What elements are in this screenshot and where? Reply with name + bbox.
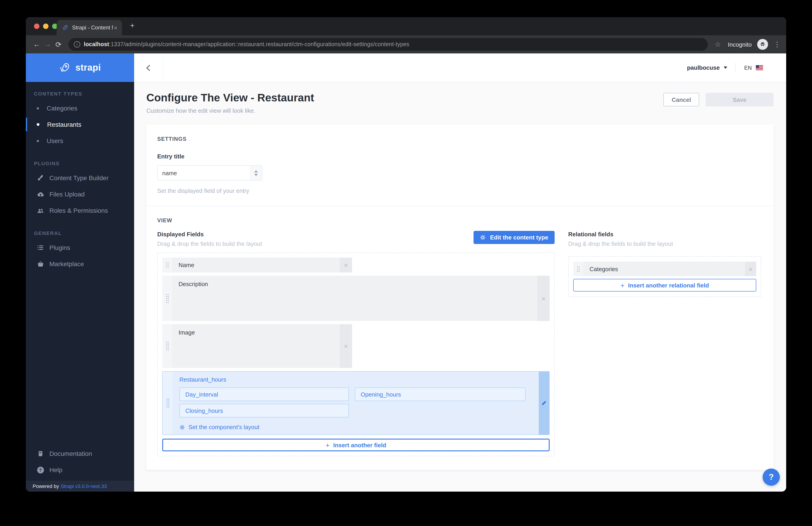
edit-component-button[interactable] — [539, 372, 549, 435]
reload-icon[interactable]: ⟳ — [53, 40, 64, 49]
close-window-button[interactable] — [34, 24, 40, 29]
powered-by-text: Powered by — [33, 483, 59, 489]
subfield-day-interval[interactable]: Day_interval — [179, 388, 349, 401]
edit-content-type-button[interactable]: Edit the content type — [474, 231, 555, 244]
field-label: Name — [172, 258, 340, 272]
sidebar-item-help[interactable]: ? Help — [26, 462, 134, 478]
tab-close-icon[interactable]: × — [113, 24, 118, 31]
drag-handle-icon[interactable] — [163, 372, 173, 435]
displayed-fields-header: Displayed Fields Drag & drop the fields … — [157, 231, 555, 247]
sidebar-item-restaurants[interactable]: Restaurants — [26, 116, 134, 133]
browser-tab[interactable]: Strapi - Content Manager × — [57, 20, 122, 35]
back-button[interactable] — [134, 54, 163, 82]
bookmark-star-icon[interactable]: ☆ — [712, 40, 723, 48]
settings-heading: SETTINGS — [157, 136, 763, 142]
address-bar[interactable]: i localhost:1337/admin/plugins/content-m… — [69, 38, 708, 51]
field-row-name[interactable]: Name × — [162, 258, 352, 272]
sidebar-item-categories[interactable]: Categories — [26, 100, 134, 116]
sidebar-item-content-type-builder[interactable]: Content Type Builder — [26, 170, 134, 186]
insert-relational-label: Insert another relational field — [628, 282, 709, 289]
relational-fields-column: Relational fields Drag & drop the fields… — [568, 231, 761, 456]
strapi-logo[interactable]: strapi — [26, 54, 134, 82]
strapi-app: strapi CONTENT TYPES Categories Restaura… — [26, 54, 786, 492]
sidebar-item-label: Documentation — [49, 450, 92, 457]
sidebar-item-label: Plugins — [49, 244, 70, 251]
page-subtitle: Customize how the edit view will look li… — [146, 107, 314, 114]
field-row-categories[interactable]: Categories × — [573, 262, 756, 276]
entry-title-select[interactable]: name — [157, 165, 262, 181]
drag-handle-icon[interactable] — [573, 262, 583, 276]
username[interactable]: paulbocuse — [687, 64, 720, 71]
strapi-version-link[interactable]: Strapi v3.0.0-next.33 — [61, 483, 107, 489]
locale-label[interactable]: EN — [744, 64, 752, 71]
remove-field-icon[interactable]: × — [745, 262, 756, 276]
sidebar-item-label: Roles & Permissions — [49, 207, 108, 214]
cancel-button[interactable]: Cancel — [664, 93, 699, 106]
remove-field-icon[interactable]: × — [537, 276, 550, 321]
sidebar-item-documentation[interactable]: Documentation — [26, 446, 134, 462]
forward-icon[interactable]: → — [42, 40, 53, 48]
question-circle-icon: ? — [37, 466, 44, 473]
main-area: paulbocuse EN Configure The View - Resta… — [134, 54, 786, 492]
select-stepper-icon[interactable] — [250, 166, 262, 180]
title-block: Configure The View - Restaurant Customiz… — [146, 91, 314, 114]
remove-field-icon[interactable]: × — [340, 324, 352, 368]
relational-fields-helper: Drag & drop the fields to build the layo… — [568, 240, 761, 247]
new-tab-button[interactable]: + — [127, 21, 137, 30]
component-layout-link[interactable]: Set the component's layout — [179, 424, 533, 431]
browser-toolbar: ← → ⟳ i localhost:1337/admin/plugins/con… — [26, 35, 786, 54]
sidebar-item-label: Categories — [47, 105, 77, 112]
drag-handle-icon[interactable] — [162, 276, 172, 321]
incognito-label: Incognito — [728, 41, 752, 48]
drag-handle-icon[interactable] — [162, 324, 172, 368]
displayed-fields-titles: Displayed Fields Drag & drop the fields … — [157, 231, 262, 247]
displayed-fields-column: Displayed Fields Drag & drop the fields … — [157, 231, 555, 456]
page-content: Configure The View - Restaurant Customiz… — [134, 82, 786, 492]
component-title: Restaurant_hours — [179, 376, 533, 383]
users-icon — [37, 207, 44, 214]
field-row-image[interactable]: Image × — [162, 324, 352, 368]
gear-icon — [480, 235, 486, 240]
sidebar-item-label: Users — [47, 137, 63, 145]
chevron-down-icon[interactable] — [724, 66, 727, 69]
minimize-window-button[interactable] — [43, 24, 48, 29]
section-title: GENERAL — [34, 230, 134, 236]
sidebar-item-plugins[interactable]: Plugins — [26, 239, 134, 256]
component-body: Restaurant_hours Day_interval Opening_ho… — [173, 372, 539, 435]
field-label: Categories — [583, 262, 745, 276]
page-info-icon[interactable]: i — [74, 41, 80, 47]
section-title: PLUGINS — [34, 161, 134, 166]
field-label: Description — [172, 276, 537, 321]
insert-another-field-button[interactable]: + Insert another field — [162, 439, 550, 451]
view-heading: VIEW — [157, 217, 763, 224]
remove-field-icon[interactable]: × — [340, 258, 352, 272]
displayed-fields-helper: Drag & drop the fields to build the layo… — [157, 240, 262, 247]
component-restaurant-hours[interactable]: Restaurant_hours Day_interval Opening_ho… — [162, 371, 550, 435]
subfield-closing-hours[interactable]: Closing_hours — [179, 404, 349, 417]
drag-handle-icon[interactable] — [162, 258, 172, 272]
back-icon[interactable]: ← — [31, 40, 42, 48]
displayed-fields-title: Displayed Fields — [157, 231, 262, 238]
component-subfields: Day_interval Opening_hours Closing_hours — [179, 388, 533, 417]
sidebar-item-users[interactable]: Users — [26, 133, 134, 149]
subfield-opening-hours[interactable]: Opening_hours — [355, 388, 526, 401]
sidebar-item-roles-permissions[interactable]: Roles & Permissions — [26, 202, 134, 219]
paintbrush-icon — [37, 175, 44, 181]
sidebar-item-label: Marketplace — [49, 260, 84, 268]
browser-menu-icon[interactable]: ⋮ — [773, 40, 781, 48]
sidebar-item-files-upload[interactable]: Files Upload — [26, 186, 134, 202]
save-button[interactable]: Save — [706, 93, 773, 106]
app-header: paulbocuse EN — [134, 54, 786, 82]
plus-icon: + — [621, 281, 625, 289]
pencil-icon — [541, 401, 547, 406]
view-grid: Displayed Fields Drag & drop the fields … — [157, 231, 763, 456]
tab-strip: Strapi - Content Manager × + — [26, 17, 786, 35]
us-flag-icon[interactable] — [756, 65, 763, 70]
powered-by-footer: Powered by Strapi v3.0.0-next.33 — [26, 481, 134, 492]
relational-fields-dropzone: Categories × + Insert another relational… — [568, 256, 761, 297]
insert-relational-field-button[interactable]: + Insert another relational field — [573, 279, 756, 291]
sidebar-item-marketplace[interactable]: Marketplace — [26, 256, 134, 272]
help-fab-button[interactable]: ? — [763, 468, 780, 486]
entry-title-value: name — [158, 169, 177, 176]
field-row-description[interactable]: Description × — [162, 276, 550, 321]
